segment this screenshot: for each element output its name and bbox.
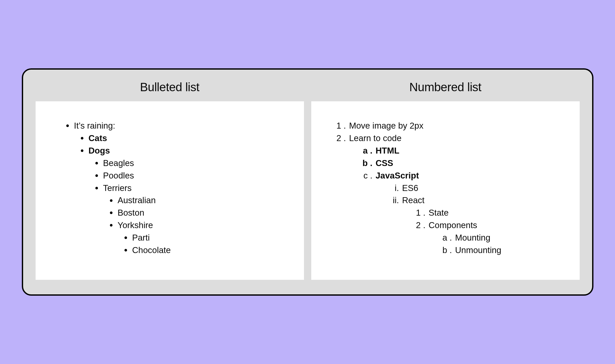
list-item-text: State: [429, 208, 449, 217]
list-item: CSS: [361, 157, 564, 169]
numbered-column: Numbered list Move image by 2px Learn to…: [311, 80, 580, 280]
list-item: Parti: [122, 231, 288, 244]
list-item-text: Terriers: [103, 183, 132, 193]
list-item: Unmounting: [441, 244, 564, 256]
list-item-text: Poodles: [103, 171, 134, 180]
list-item-text: HTML: [376, 146, 400, 155]
columns: Bulleted list It’s raining: Cats Dogs Be…: [36, 80, 580, 280]
list-item: Components Mounting Unmounting: [414, 219, 564, 256]
list-item: Beagles: [93, 157, 288, 169]
list-item: Learn to code HTML CSS JavaScript ES6 Re…: [335, 132, 564, 256]
bulleted-column: Bulleted list It’s raining: Cats Dogs Be…: [36, 80, 304, 280]
list-item: Australian: [108, 194, 288, 207]
list-item-text: JavaScript: [376, 171, 419, 180]
list-item-text: CSS: [376, 158, 393, 168]
list-item-text: Yorkshire: [118, 220, 153, 230]
list-item-text: Beagles: [103, 158, 134, 168]
list-item: Chocolate: [122, 244, 288, 256]
list-item-text: Move image by 2px: [349, 121, 424, 130]
list-item-text: Chocolate: [132, 245, 171, 255]
list-item: Move image by 2px: [335, 120, 564, 132]
list-item: Terriers Australian Boston Yorkshire: [93, 182, 288, 256]
list-item-text: ES6: [402, 183, 418, 193]
list-item-text: Learn to code: [349, 133, 402, 143]
list-item-text: Dogs: [89, 146, 110, 155]
list-item: Boston: [108, 207, 288, 219]
numbered-panel: Move image by 2px Learn to code HTML CSS…: [311, 101, 580, 280]
list-item: ES6: [388, 182, 564, 194]
list-item: Yorkshire Parti Chocolate: [108, 219, 288, 256]
list-item-text: Mounting: [455, 233, 491, 242]
list-item: Mounting: [441, 231, 564, 244]
list-item: React State Components Mounting U: [388, 194, 564, 256]
list-item: State: [414, 207, 564, 219]
list-item-text: Cats: [89, 133, 107, 143]
list-item-text: Parti: [132, 233, 150, 242]
numbered-title: Numbered list: [311, 80, 580, 94]
bulleted-title: Bulleted list: [36, 80, 304, 94]
list-item-text: Unmounting: [455, 245, 501, 255]
list-item: HTML: [361, 144, 564, 157]
bulleted-panel: It’s raining: Cats Dogs Beagles Poodles …: [36, 101, 304, 280]
list-item: Poodles: [93, 169, 288, 182]
list-item-text: Australian: [118, 195, 156, 205]
example-card: Bulleted list It’s raining: Cats Dogs Be…: [22, 68, 593, 295]
list-item: Cats: [79, 132, 288, 144]
list-item-text: Boston: [118, 208, 144, 217]
bulleted-list: It’s raining: Cats Dogs Beagles Poodles …: [64, 120, 288, 256]
list-item: Dogs Beagles Poodles Terriers Australian…: [79, 144, 288, 256]
list-item-text: It’s raining:: [74, 121, 115, 130]
list-item: It’s raining: Cats Dogs Beagles Poodles …: [64, 120, 288, 256]
numbered-list: Move image by 2px Learn to code HTML CSS…: [335, 120, 564, 256]
list-item: JavaScript ES6 React State Component: [361, 169, 564, 256]
list-item-text: Components: [429, 220, 477, 230]
list-item-text: React: [402, 195, 425, 205]
